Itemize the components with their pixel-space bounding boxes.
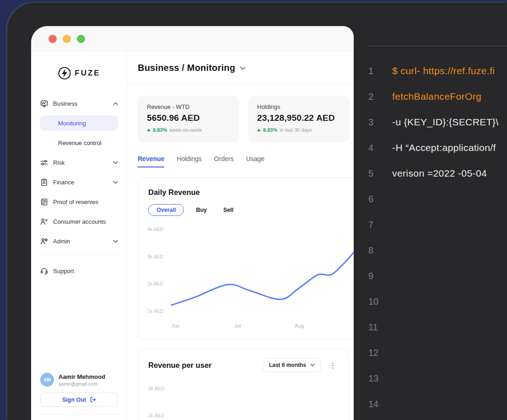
axis-tick-label: Jul [234,323,241,328]
stat-label: Holdings [257,103,340,110]
tab-orders[interactable]: Orders [214,155,234,167]
sidebar-item-proof-of-reserves[interactable]: Proof of reserves [40,194,118,210]
code-line: 11 [368,314,507,340]
revenue-per-user-card: Revenue per user Last 6 months ⋮ 4k AED [138,349,349,420]
code-line: 9 [368,263,507,289]
delta-up-icon [257,129,261,131]
chevron-down-icon[interactable] [240,66,246,70]
axis-tick-label: 4k AED [148,386,338,391]
sidebar-item-monitoring[interactable]: Monitoring [40,115,118,131]
stat-card-revenue-wtd: Revenue - WTD 5650.96 AED 8.83% week-on-… [138,96,239,142]
line-number: 11 [368,322,382,333]
range-select[interactable]: Last 6 months [263,358,321,372]
stat-cards: Revenue - WTD 5650.96 AED 8.83% week-on-… [138,96,354,142]
line-number: 2 [368,92,382,102]
code-text: verison =2022 -05-04 [392,168,487,179]
sidebar-item-consumer-accounts[interactable]: Consumer accounts [40,214,118,229]
sidebar-item-label: Admin [53,238,108,245]
delta-up-icon [147,129,151,131]
line-number: 8 [368,245,382,256]
code-line: 2fetchBalanceForOrg [368,84,507,109]
daily-revenue-chart-area: 4k AED3k AED2k AED1k AEDJunJulAug [138,218,354,339]
fuze-logo: FUZE [40,63,118,84]
sidebar-item-label: Consumer accounts [53,218,118,225]
card-title: Daily Revenue [138,188,354,197]
axis-tick-label: 1k AED [147,308,163,314]
code-text: $ curl- https://ref.fuze.fi [392,65,495,76]
breadcrumb[interactable]: Business / Monitoring [138,63,235,73]
code-line: 5verison =2022 -05-04 [368,161,507,186]
stat-card-holdings: Holdings 23,128,950.22 AED 8.83% in last… [248,96,349,142]
line-number: 12 [368,348,382,358]
code-line: 14 [368,391,507,417]
expand-window-icon[interactable] [77,35,85,43]
window-titlebar [31,26,354,52]
sidebar-item-finance[interactable]: Finance [40,174,118,190]
sidebar-item-support[interactable]: Support [40,263,118,279]
sidebar-item-label: Business [53,100,108,107]
axis-tick-label: 2k AED [147,281,163,286]
sidebar-item-admin[interactable]: Admin [40,233,118,249]
kebab-menu-icon[interactable]: ⋮ [328,361,338,370]
sidebar-item-label: Proof of reserves [53,199,118,205]
line-number: 9 [368,271,382,281]
user-name: Aamir Mehmood [59,373,105,380]
filter-sell[interactable]: Sell [219,205,238,215]
delta-percent: 8.83% [263,127,277,133]
sidebar-item-business[interactable]: Business [40,96,118,111]
code-text: -u {KEY_ID}:{SECRET}\ [392,117,499,128]
code-line: 1$ curl- https://ref.fuze.fi [368,58,507,84]
user-block: AM Aamir Mehmood aamir@gmail.com Sign Ou… [40,373,118,415]
code-line: 6 [368,186,507,212]
sidebar-item-risk[interactable]: Risk [40,155,118,170]
avatar: AM [40,373,54,387]
code-line: 13 [368,366,507,391]
range-label: Last 6 months [269,362,306,368]
stat-label: Revenue - WTD [147,103,230,110]
minimize-window-icon[interactable] [63,35,71,43]
revenue-line-series [172,249,354,305]
sign-out-label: Sign Out [62,397,86,403]
axis-tick-label: 4k AED [147,226,163,232]
lightning-bolt-icon [58,66,71,80]
user-gear-icon [40,237,48,245]
line-number: 13 [368,373,382,384]
sidebar-divider [40,254,118,255]
tab-holdings[interactable]: Holdings [177,155,201,167]
code-line: 8 [368,237,507,263]
user-email: aamir@gmail.com [59,381,105,387]
stat-value: 23,128,950.22 AED [257,113,340,123]
page-header: Business / Monitoring [127,52,354,85]
logout-icon [90,397,96,403]
tab-revenue[interactable]: Revenue [138,155,164,167]
line-number: 3 [368,117,382,128]
axis-tick-label: 3k AED [148,413,338,418]
sidebar-nav: Business Monitoring Revenue control Risk [40,96,118,283]
sidebar-item-label: Risk [53,159,108,166]
main-content: Business / Monitoring Revenue - WTD 5650… [127,52,354,420]
filter-buy[interactable]: Buy [191,205,211,215]
line-number: 6 [368,194,382,205]
logo-wordmark: FUZE [75,69,100,78]
code-line: 3-u {KEY_ID}:{SECRET}\ [368,109,507,135]
stat-value: 5650.96 AED [147,113,230,123]
code-text: fetchBalanceForOrg [392,91,481,102]
axis-tick-label: Jun [172,323,180,328]
sliders-icon [40,159,48,167]
line-number: 14 [368,399,382,409]
delta-percent: 8.83% [153,127,167,133]
code-text: -H “Accept:application/f [392,142,496,153]
sign-out-button[interactable]: Sign Out [40,393,118,407]
sidebar-item-revenue-control[interactable]: Revenue control [40,135,118,151]
tab-usage[interactable]: Usage [246,155,264,167]
headset-icon [40,267,48,275]
daily-revenue-chart: 4k AED3k AED2k AED1k AEDJunJulAug [138,218,354,339]
clipboard-icon [40,178,48,186]
close-window-icon[interactable] [49,35,57,43]
filter-overall[interactable]: Overall [148,204,184,216]
card-title: Revenue per user [148,361,211,370]
code-line: 4-H “Accept:application/f [368,135,507,161]
chevron-down-icon [113,161,118,164]
user-lines-icon [40,218,48,226]
code-panel: 1$ curl- https://ref.fuze.fi2fetchBalanc… [368,0,507,420]
